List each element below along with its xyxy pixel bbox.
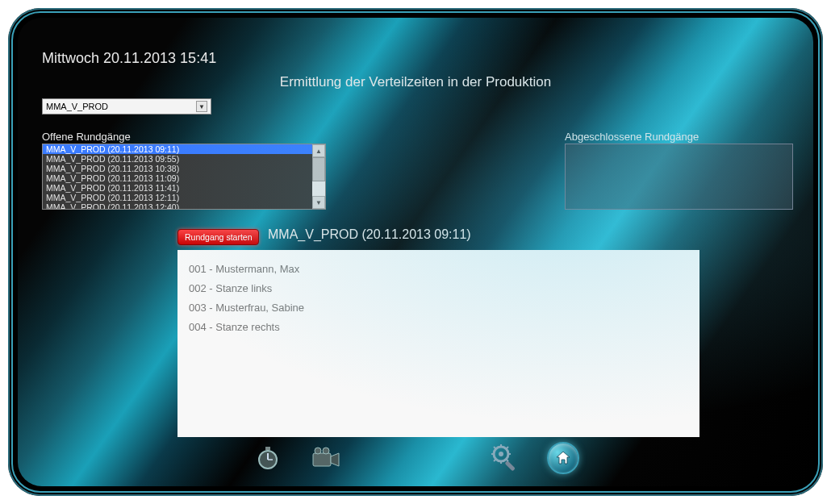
list-item[interactable]: MMA_V_PROD (20.11.2013 10:38): [43, 164, 312, 173]
stopwatch-button[interactable]: [251, 441, 285, 475]
svg-rect-1: [265, 447, 270, 450]
list-item[interactable]: MMA_V_PROD (20.11.2013 12:40): [43, 202, 312, 209]
toolbar-spacer: [367, 441, 464, 475]
open-rounds-list[interactable]: MMA_V_PROD (20.11.2013 09:11)MMA_V_PROD …: [42, 144, 326, 210]
list-item[interactable]: MMA_V_PROD (20.11.2013 11:09): [43, 173, 312, 183]
list-item[interactable]: MMA_V_PROD (20.11.2013 09:11): [43, 144, 312, 154]
bottom-toolbar: [18, 441, 813, 475]
svg-point-7: [323, 448, 329, 454]
scrollbar[interactable]: ▲ ▼: [312, 144, 325, 209]
scroll-thumb[interactable]: [312, 157, 325, 181]
list-item[interactable]: MMA_V_PROD (20.11.2013 09:55): [43, 154, 312, 164]
svg-line-17: [494, 459, 496, 461]
selected-round-title: MMA_V_PROD (20.11.2013 09:11): [268, 227, 471, 242]
svg-marker-5: [331, 453, 339, 466]
scroll-up-icon[interactable]: ▲: [312, 144, 325, 157]
detail-item[interactable]: 001 - Mustermann, Max: [189, 260, 688, 279]
datetime-label: Mittwoch 20.11.2013 15:41: [42, 50, 216, 67]
device-frame: Mittwoch 20.11.2013 15:41 Ermittlung der…: [8, 8, 823, 496]
detail-item[interactable]: 003 - Musterfrau, Sabine: [189, 298, 688, 318]
svg-line-18: [506, 447, 508, 449]
svg-line-16: [506, 459, 508, 461]
svg-point-9: [499, 452, 503, 456]
list-item[interactable]: MMA_V_PROD (20.11.2013 12:11): [43, 193, 312, 202]
page-title: Ermittlung der Verteilzeiten in der Prod…: [18, 74, 813, 90]
home-button[interactable]: [546, 441, 580, 475]
home-icon: [555, 450, 571, 466]
area-select-value: MMA_V_PROD: [46, 102, 108, 111]
closed-rounds-list[interactable]: [565, 144, 793, 210]
round-detail-panel: 001 - Mustermann, Max002 - Stanze links0…: [177, 250, 699, 437]
chevron-down-icon: ▼: [196, 101, 207, 112]
camera-button[interactable]: [309, 441, 343, 475]
svg-point-6: [315, 448, 321, 454]
open-rounds-label: Offene Rundgänge: [42, 131, 131, 143]
area-select[interactable]: MMA_V_PROD ▼: [42, 98, 211, 115]
camera-icon: [310, 445, 342, 471]
screen-background: Mittwoch 20.11.2013 15:41 Ermittlung der…: [18, 18, 813, 486]
closed-rounds-label: Abgeschlossene Rundgänge: [565, 131, 699, 143]
settings-button[interactable]: [488, 441, 522, 475]
detail-item[interactable]: 004 - Stanze rechts: [189, 318, 688, 337]
stopwatch-icon: [253, 444, 282, 473]
svg-marker-19: [557, 452, 570, 464]
scroll-track[interactable]: [312, 181, 325, 196]
start-round-button[interactable]: Rundgang starten: [177, 229, 259, 245]
detail-item[interactable]: 002 - Stanze links: [189, 279, 688, 298]
list-item[interactable]: MMA_V_PROD (20.11.2013 11:41): [43, 183, 312, 193]
settings-icon: [490, 443, 520, 473]
svg-rect-10: [504, 460, 515, 471]
scroll-down-icon[interactable]: ▼: [312, 196, 325, 209]
svg-rect-4: [313, 453, 331, 466]
svg-line-15: [494, 447, 496, 449]
